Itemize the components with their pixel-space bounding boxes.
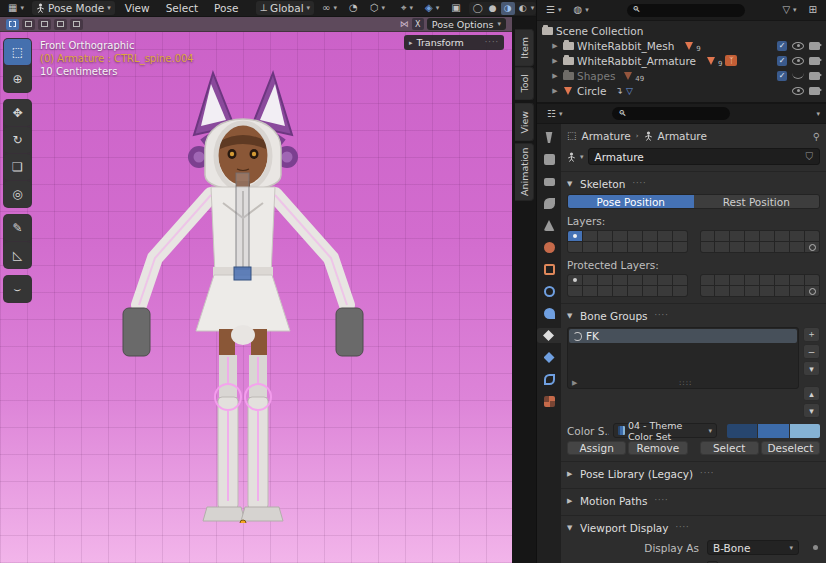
layer-cell[interactable]: [613, 231, 627, 241]
hidden-eye-icon[interactable]: [792, 73, 804, 79]
disable-render-icon[interactable]: [809, 57, 820, 65]
motion-paths-panel-header[interactable]: ▶ Motion Paths ····: [567, 492, 820, 509]
layer-cell[interactable]: [790, 231, 804, 241]
layer-cell[interactable]: [805, 231, 819, 241]
x-mirror-toggle[interactable]: X: [412, 18, 424, 30]
mode-dropdown[interactable]: Pose Mode ▾: [32, 1, 115, 15]
layer-cell[interactable]: [658, 286, 672, 296]
bone-group-item-fk[interactable]: FK: [569, 329, 797, 343]
gizmo-dropdown[interactable]: ⌖▾: [397, 2, 417, 14]
transform-orientation-dropdown[interactable]: ⟂ Global ▾: [256, 1, 314, 15]
disable-render-icon[interactable]: [809, 87, 820, 95]
hide-eye-icon[interactable]: [792, 57, 804, 65]
color-set-dropdown[interactable]: 04 - Theme Color Set ▾: [613, 423, 717, 438]
exclude-checkbox[interactable]: ✓: [777, 56, 787, 66]
select-mode-intersect-button[interactable]: [70, 19, 83, 30]
outliner-filter-dropdown[interactable]: ▽▾: [778, 4, 800, 16]
breadcrumb-data[interactable]: Armature: [658, 130, 707, 142]
bone-group-specials-dropdown[interactable]: ▾: [803, 361, 820, 376]
layer-cell[interactable]: [790, 242, 804, 252]
layer-cell[interactable]: [613, 286, 627, 296]
shading-material-button[interactable]: ◑: [501, 2, 515, 15]
select-mode-invert-button[interactable]: [54, 19, 67, 30]
expand-arrow-icon[interactable]: ▶: [551, 57, 559, 65]
select-button[interactable]: Select: [700, 441, 759, 455]
layer-cell[interactable]: [658, 242, 672, 252]
layer-cell[interactable]: [628, 231, 642, 241]
remove-button[interactable]: Remove: [628, 441, 687, 455]
tool-cursor[interactable]: ⊕: [4, 66, 31, 92]
pose-options-dropdown[interactable]: Pose Options ▾: [427, 18, 506, 30]
tool-select-box[interactable]: ⬚: [4, 39, 31, 65]
list-grip-icon[interactable]: ::::: [679, 379, 692, 387]
deselect-button[interactable]: Deselect: [761, 441, 820, 455]
tool-move[interactable]: ✥: [4, 100, 31, 126]
fake-user-shield-icon[interactable]: ⛉: [806, 151, 814, 163]
layer-cell[interactable]: [583, 286, 597, 296]
layer-cell[interactable]: [730, 275, 744, 285]
layer-cell[interactable]: [598, 286, 612, 296]
layer-cell[interactable]: [730, 286, 744, 296]
layer-cell[interactable]: [583, 242, 597, 252]
menu-view[interactable]: View: [119, 1, 156, 15]
expand-arrow-icon[interactable]: ▶: [551, 42, 559, 50]
sidebar-tab-animation[interactable]: Animation: [515, 143, 534, 201]
exclude-checkbox[interactable]: ✓: [777, 71, 787, 81]
layer-cell[interactable]: [701, 242, 715, 252]
layer-cell[interactable]: [568, 231, 582, 241]
layer-cell[interactable]: [643, 275, 657, 285]
sidebar-tab-tool[interactable]: Tool: [515, 66, 534, 100]
layer-cell[interactable]: [775, 275, 789, 285]
exclude-checkbox[interactable]: ✓: [777, 41, 787, 51]
layer-cell[interactable]: [730, 231, 744, 241]
layer-cell[interactable]: [701, 231, 715, 241]
layer-cell[interactable]: [673, 286, 687, 296]
spine-bone-overlay[interactable]: [236, 173, 249, 269]
menu-select[interactable]: Select: [160, 1, 204, 15]
disable-render-icon[interactable]: [809, 72, 820, 80]
layer-cell[interactable]: [745, 242, 759, 252]
new-collection-button[interactable]: ⊞: [805, 4, 821, 16]
layer-cell[interactable]: [701, 286, 715, 296]
tab-constraints[interactable]: [540, 306, 558, 321]
outliner-search-input[interactable]: 🔍︎: [627, 4, 745, 17]
protected-block-1[interactable]: [567, 274, 688, 297]
layer-cell[interactable]: [775, 231, 789, 241]
tab-physics[interactable]: [540, 284, 558, 299]
layer-cell[interactable]: [715, 275, 729, 285]
layer-cell[interactable]: [568, 275, 582, 285]
layer-cell[interactable]: [568, 242, 582, 252]
layer-cell[interactable]: [715, 286, 729, 296]
layer-cell[interactable]: [790, 286, 804, 296]
tab-object[interactable]: [540, 262, 558, 277]
layer-cell[interactable]: [568, 286, 582, 296]
layer-cell[interactable]: [805, 286, 819, 296]
layer-cell[interactable]: [598, 242, 612, 252]
tab-texture[interactable]: [540, 394, 558, 409]
skeleton-panel-header[interactable]: ▼ Skeleton ····: [567, 175, 820, 192]
pivot-point-dropdown[interactable]: ∞▾: [318, 2, 341, 14]
protected-block-2[interactable]: [700, 274, 821, 297]
layer-cell[interactable]: [583, 231, 597, 241]
assign-button[interactable]: Assign: [567, 441, 626, 455]
layer-cell[interactable]: [745, 231, 759, 241]
decorator-dot[interactable]: [813, 545, 818, 550]
add-bone-group-button[interactable]: ＋: [803, 327, 820, 342]
tab-view-layer[interactable]: [540, 196, 558, 211]
bone-groups-list[interactable]: FK ▶::::: [567, 327, 799, 389]
move-group-down-button[interactable]: ▾: [803, 403, 820, 418]
layer-cell[interactable]: [760, 275, 774, 285]
select-mode-extend-button[interactable]: [22, 19, 35, 30]
outliner-row-whiterabbit-mesh[interactable]: ▶ WhiteRabbit_Mesh 9 ✓: [541, 38, 822, 53]
display-as-dropdown[interactable]: B-Bone ▾: [707, 540, 799, 555]
transform-panel-collapsed[interactable]: ▸ Transform ····: [404, 35, 504, 50]
pose-position-button[interactable]: Pose Position: [568, 195, 694, 208]
tab-world[interactable]: [540, 240, 558, 255]
disable-render-icon[interactable]: [809, 42, 820, 50]
tab-output[interactable]: [540, 174, 558, 189]
expand-arrow-icon[interactable]: ▶: [551, 87, 559, 95]
layer-cell[interactable]: [643, 286, 657, 296]
armature-name-input[interactable]: Armature ⛉: [588, 148, 820, 165]
properties-search-input[interactable]: 🔍︎: [612, 107, 730, 120]
outliner-row-whiterabbit-armature[interactable]: ▶ WhiteRabbit_Armature 9 ᛉ ✓: [541, 53, 822, 68]
